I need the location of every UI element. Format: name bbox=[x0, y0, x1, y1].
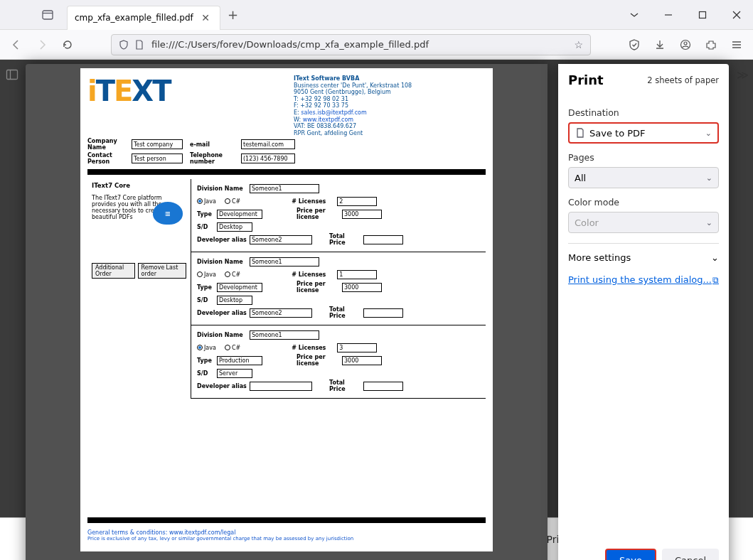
document-page: iTEXT IText Software BVBA Business cente… bbox=[80, 68, 493, 551]
svg-rect-3 bbox=[700, 11, 706, 18]
pages-value: All bbox=[575, 173, 586, 183]
url-text: file:///C:/Users/forev/Downloads/cmp_xfa… bbox=[151, 39, 571, 50]
external-link-icon: ⧉ bbox=[712, 275, 719, 285]
svg-point-7 bbox=[684, 42, 687, 45]
phone-field: (123) 456-7890 bbox=[241, 154, 295, 163]
titlebar: cmp_xfa_example_filled.pdf ✕ + bbox=[0, 0, 753, 30]
sheet-count: 2 sheets of paper bbox=[647, 75, 719, 85]
division-block: Division NameSomeone1 Java C# # Licenses… bbox=[191, 325, 486, 399]
svg-rect-0 bbox=[43, 11, 53, 19]
email-field: testemail.com bbox=[241, 139, 295, 149]
chevron-down-icon: ⌄ bbox=[711, 252, 719, 263]
print-title: Print bbox=[568, 72, 604, 87]
close-tab-icon[interactable]: ✕ bbox=[198, 12, 213, 23]
protections-icon[interactable] bbox=[624, 34, 645, 55]
downloads-icon[interactable] bbox=[649, 34, 671, 55]
contact-label: Contact Person bbox=[87, 152, 132, 165]
new-tab-button[interactable]: + bbox=[220, 7, 245, 22]
bookmark-star-icon[interactable]: ☆ bbox=[571, 39, 586, 50]
more-settings-label: More settings bbox=[568, 252, 631, 263]
divisions-list: Division NameSomeone1 Java C# # Licenses… bbox=[191, 179, 486, 399]
remove-order-button: Remove Last order bbox=[138, 263, 186, 279]
additional-order-button: Additional Order bbox=[92, 263, 135, 279]
url-bar[interactable]: file:///C:/Users/forev/Downloads/cmp_xfa… bbox=[111, 34, 591, 55]
destination-value: Save to PDF bbox=[589, 128, 646, 139]
content-area: ≫ Developer alias Someone2 Total Price i… bbox=[0, 60, 753, 560]
company-info: IText Software BVBA Business center 'De … bbox=[294, 75, 412, 136]
url-toolbar: file:///C:/Users/forev/Downloads/cmp_xfa… bbox=[0, 30, 753, 60]
pages-select[interactable]: All ⌄ bbox=[568, 167, 719, 188]
sidebar-toggle-icon[interactable] bbox=[6, 68, 18, 81]
tab-list-button[interactable] bbox=[37, 4, 58, 26]
destination-select[interactable]: Save to PDF ⌄ bbox=[568, 122, 719, 144]
tab-title: cmp_xfa_example_filled.pdf bbox=[75, 13, 198, 23]
chevron-down-icon: ⌄ bbox=[706, 218, 712, 227]
back-button[interactable] bbox=[6, 34, 27, 55]
itext-logo: iTEXT bbox=[87, 75, 294, 107]
chevron-down-icon: ⌄ bbox=[705, 129, 712, 138]
shield-icon bbox=[116, 40, 132, 50]
company-name-label: Company Name bbox=[87, 138, 132, 151]
company-name-field: Test company bbox=[132, 139, 183, 149]
forward-button[interactable] bbox=[31, 34, 53, 55]
separator-bar bbox=[87, 169, 486, 175]
reload-button[interactable] bbox=[57, 34, 78, 55]
cancel-button[interactable]: Cancel bbox=[662, 549, 719, 560]
destination-label: Destination bbox=[568, 107, 719, 118]
page-icon bbox=[132, 40, 147, 50]
email-label: e-mail bbox=[190, 141, 241, 148]
maximize-button[interactable] bbox=[686, 0, 719, 30]
toolbar-overflow-icon[interactable]: ≫ bbox=[737, 68, 749, 82]
extensions-icon[interactable] bbox=[700, 34, 722, 55]
print-preview: iTEXT IText Software BVBA Business cente… bbox=[26, 64, 548, 560]
phone-label: Telephone number bbox=[190, 152, 241, 165]
divider bbox=[568, 243, 719, 244]
color-value: Color bbox=[575, 217, 599, 228]
color-label: Color mode bbox=[568, 197, 719, 208]
minimize-button[interactable] bbox=[652, 0, 685, 30]
print-dialog: Print 2 sheets of paper Destination Save… bbox=[558, 64, 729, 560]
more-settings-toggle[interactable]: More settings ⌄ bbox=[568, 248, 719, 267]
save-button[interactable]: Save bbox=[605, 549, 656, 560]
menu-icon[interactable] bbox=[726, 34, 747, 55]
system-dialog-link[interactable]: Print using the system dialog... ⧉ bbox=[568, 274, 719, 285]
svg-rect-11 bbox=[7, 70, 18, 80]
browser-tab[interactable]: cmp_xfa_example_filled.pdf ✕ bbox=[67, 6, 220, 30]
close-window-button[interactable] bbox=[720, 0, 753, 30]
footer-bar bbox=[87, 517, 486, 523]
pdf-icon bbox=[575, 128, 585, 138]
color-select: Color ⌄ bbox=[568, 212, 719, 233]
cloud-icon: ▥ bbox=[153, 202, 183, 225]
contact-field: Test person bbox=[132, 154, 183, 163]
pages-label: Pages bbox=[568, 152, 719, 163]
account-icon[interactable] bbox=[675, 34, 696, 55]
document-footer: General terms & conditions: www.itextpdf… bbox=[87, 529, 486, 542]
division-block: Division NameSomeone1 Java C# # Licenses… bbox=[191, 179, 486, 252]
division-block: Division NameSomeone1 Java C# # Licenses… bbox=[191, 252, 486, 325]
core-description: IText7 Core The IText7 Core platform pro… bbox=[87, 179, 191, 399]
chevron-down-icon: ⌄ bbox=[706, 173, 712, 183]
overflow-chevron-icon[interactable] bbox=[618, 0, 651, 30]
